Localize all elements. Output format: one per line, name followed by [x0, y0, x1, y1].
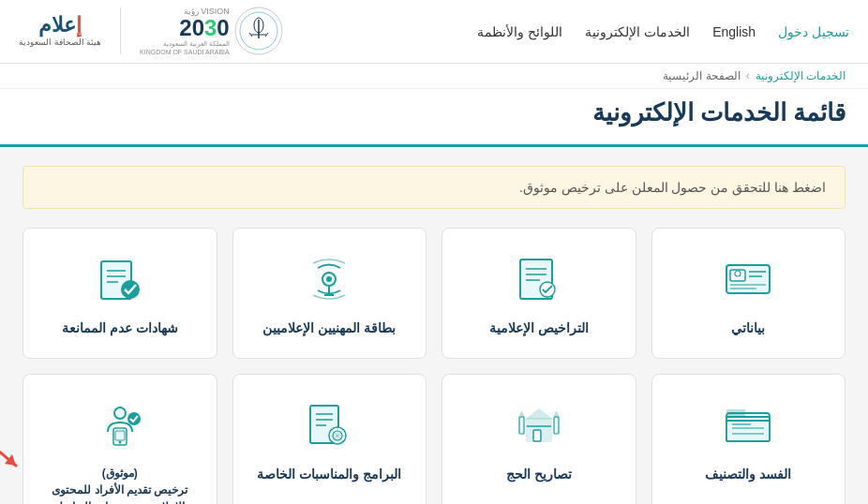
- id-card-icon: [723, 254, 773, 304]
- service-icon-my-data: [720, 251, 776, 307]
- service-label-mowthooq: (موثوق)ترخيص تقديم الأفراد للمحتوى الإعل…: [38, 465, 202, 504]
- svg-rect-37: [533, 430, 541, 441]
- service-card-hajj[interactable]: تصاريح الحج: [441, 374, 636, 504]
- service-icon-programs: [301, 397, 357, 453]
- site-logo: إعلام هيئة الصحافة السعودية: [19, 15, 101, 47]
- check-doc-icon: [95, 254, 145, 304]
- logo-arabic: إعلام: [19, 15, 101, 36]
- service-card-non-objection[interactable]: شهادات عدم الممانعة: [22, 228, 217, 359]
- svg-rect-39: [519, 417, 524, 434]
- main-content: اضغط هنا للتحقق من حصول المعلن على ترخيص…: [0, 147, 868, 504]
- svg-marker-40: [519, 411, 524, 417]
- svg-rect-31: [726, 409, 745, 417]
- breadcrumb-home[interactable]: الصفحة الرئيسية: [663, 69, 740, 82]
- service-label-non-objection: شهادات عدم الممانعة: [62, 319, 178, 338]
- service-icon-journalists: [301, 251, 357, 307]
- services-grid: بياناتي التراخيص الإعلامية: [22, 228, 846, 504]
- service-label-hajj: تصاريح الحج: [506, 465, 572, 484]
- page-title-bar: قائمة الخدمات الإلكترونية: [0, 89, 868, 147]
- vision-year: 2030: [140, 17, 230, 39]
- service-label-classification: الفسد والتصنيف: [705, 465, 791, 484]
- service-card-my-data[interactable]: بياناتي: [651, 228, 846, 359]
- header: تسجيل دخول English الخدمات الإلكترونية ا…: [0, 0, 868, 64]
- certificate-gear-icon: [304, 400, 354, 451]
- page-title: قائمة الخدمات الإلكترونية: [22, 98, 846, 127]
- service-icon-non-objection: [92, 251, 148, 307]
- broadcast-icon: [304, 254, 354, 304]
- logo-subtitle: هيئة الصحافة السعودية: [19, 37, 101, 47]
- service-icon-hajj: [511, 397, 567, 453]
- service-icon-mowthooq: [92, 397, 148, 453]
- breadcrumb-eservices[interactable]: الخدمات الإلكترونية: [756, 69, 846, 82]
- nav-links: تسجيل دخول English الخدمات الإلكترونية ا…: [477, 24, 849, 39]
- svg-rect-8: [730, 270, 745, 281]
- nav-english[interactable]: English: [712, 24, 756, 39]
- nav-eservices[interactable]: الخدمات الإلكترونية: [585, 24, 690, 39]
- service-card-media-licenses[interactable]: التراخيص الإعلامية: [441, 228, 636, 359]
- folder-stack-icon: [723, 400, 773, 451]
- svg-point-55: [114, 408, 126, 419]
- service-card-journalists[interactable]: بطاقة المهنيين الإعلاميين: [232, 228, 427, 359]
- service-label-programs: البرامج والمناسبات الخاصة: [257, 465, 401, 484]
- service-card-programs[interactable]: البرامج والمناسبات الخاصة: [232, 374, 427, 504]
- service-card-mowthooq[interactable]: (موثوق)ترخيص تقديم الأفراد للمحتوى الإعل…: [22, 374, 217, 504]
- breadcrumb-sep: ›: [746, 69, 750, 82]
- notice-banner[interactable]: اضغط هنا للتحقق من حصول المعلن على ترخيص…: [22, 166, 846, 209]
- service-label-media-licenses: التراخيص الإعلامية: [489, 319, 589, 338]
- service-icon-classification: [720, 397, 776, 453]
- nav-regulations[interactable]: اللوائح والأنظمة: [477, 24, 562, 39]
- service-icon-media-licenses: [511, 251, 567, 307]
- svg-marker-42: [554, 411, 559, 417]
- vision-sub: المملكة العربية السعوديةKINGDOM OF SAUDI…: [140, 39, 230, 56]
- service-label-my-data: بياناتي: [731, 319, 765, 338]
- svg-rect-41: [554, 417, 559, 434]
- divider: [120, 7, 121, 54]
- svg-point-20: [326, 276, 332, 282]
- kaaba-icon: [514, 400, 564, 451]
- svg-point-58: [118, 441, 121, 444]
- vision-emblem-icon: [234, 7, 283, 55]
- red-arrow-icon: [0, 441, 22, 475]
- svg-rect-57: [115, 431, 125, 440]
- service-label-journalists: بطاقة المهنيين الإعلاميين: [262, 319, 396, 338]
- logo-area: VISION رؤية 2030 المملكة العربية السعودي…: [19, 7, 283, 56]
- certificate-icon: [514, 254, 564, 304]
- service-card-classification[interactable]: الفسد والتصنيف: [651, 374, 846, 504]
- svg-rect-30: [726, 421, 770, 441]
- social-license-icon: [95, 400, 145, 451]
- nav-login[interactable]: تسجيل دخول: [778, 24, 849, 39]
- breadcrumb: الخدمات الإلكترونية › الصفحة الرئيسية: [0, 64, 868, 89]
- svg-point-59: [127, 412, 141, 425]
- vision-logo: VISION رؤية 2030 المملكة العربية السعودي…: [140, 7, 283, 56]
- svg-marker-36: [527, 409, 551, 419]
